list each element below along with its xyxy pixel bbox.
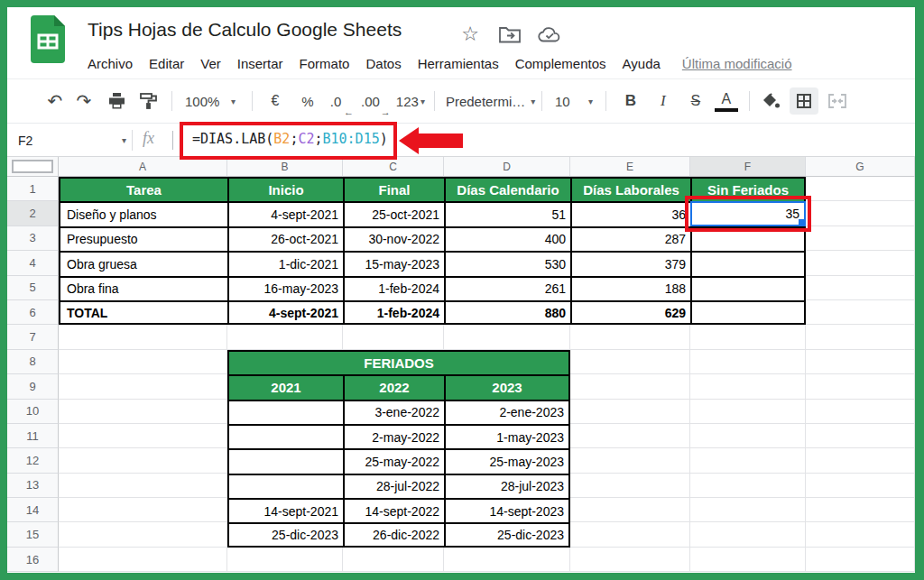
table2-cell[interactable] — [227, 424, 343, 448]
table2-year-header[interactable]: 2022 — [343, 374, 444, 399]
table2-cell[interactable]: 28-jul-2022 — [343, 474, 444, 498]
google-sheets-logo-icon[interactable] — [31, 15, 65, 63]
print-button[interactable] — [105, 87, 128, 115]
cell-A16[interactable] — [59, 548, 227, 572]
row-header-1[interactable]: 1 — [7, 177, 59, 201]
cell-G10[interactable] — [806, 400, 915, 424]
table2-cell[interactable] — [227, 400, 343, 424]
zoom-select[interactable]: 100%▾ — [181, 87, 239, 115]
table1-cell[interactable]: 880 — [444, 300, 570, 325]
row-header-16[interactable]: 16 — [7, 548, 59, 572]
table1-cell[interactable]: 629 — [570, 300, 690, 325]
cell-E16[interactable] — [570, 548, 690, 572]
table1-cell[interactable] — [690, 226, 806, 251]
menu-complementos[interactable]: Complementos — [515, 56, 606, 71]
column-header-B[interactable]: B — [227, 157, 343, 177]
column-header-D[interactable]: D — [444, 157, 570, 177]
cell-E7[interactable] — [570, 325, 690, 349]
cell-F12[interactable] — [690, 448, 806, 473]
borders-button[interactable] — [790, 87, 818, 115]
cell-D16[interactable] — [444, 548, 570, 572]
cell-A7[interactable] — [59, 325, 227, 349]
cell-E13[interactable] — [570, 474, 690, 498]
font-family-select[interactable]: Predetermi…▾ — [442, 87, 536, 115]
cell-F9[interactable] — [690, 374, 806, 399]
table2-cell[interactable]: 25-may-2022 — [343, 448, 444, 473]
menu-ver[interactable]: Ver — [200, 56, 221, 71]
menu-insertar[interactable]: Insertar — [237, 56, 283, 71]
cell-F11[interactable] — [690, 424, 806, 448]
column-header-F[interactable]: F — [690, 157, 806, 177]
cell-F14[interactable] — [690, 498, 806, 522]
row-header-9[interactable]: 9 — [7, 374, 59, 399]
formula-input[interactable]: =DIAS.LAB(B2;C2;B10:D15) — [192, 131, 388, 147]
cell-A12[interactable] — [59, 448, 227, 473]
cell-C7[interactable] — [343, 325, 444, 349]
column-header-G[interactable]: G — [806, 157, 915, 177]
table1-cell[interactable] — [690, 251, 806, 275]
table1-cell[interactable]: 25-oct-2021 — [343, 201, 444, 226]
table2-cell[interactable]: 1-may-2023 — [444, 424, 570, 448]
table1-header[interactable]: Sin Feriados — [690, 177, 806, 201]
cell-F8[interactable] — [690, 350, 806, 374]
cell-E8[interactable] — [570, 350, 690, 374]
table1-cell[interactable]: 1-feb-2024 — [343, 276, 444, 300]
more-formats-button[interactable]: 123▾ — [396, 87, 425, 115]
cell-E12[interactable] — [570, 448, 690, 473]
row-header-6[interactable]: 6 — [7, 300, 59, 325]
cell-B7[interactable] — [227, 325, 343, 349]
cell-G8[interactable] — [806, 350, 915, 374]
table2-year-header[interactable]: 2021 — [227, 374, 343, 399]
menu-ayuda[interactable]: Ayuda — [623, 56, 661, 71]
table1-cell[interactable]: 1-feb-2024 — [343, 300, 444, 325]
cell-A10[interactable] — [59, 400, 227, 424]
table2-cell[interactable]: 2-may-2022 — [343, 424, 444, 448]
table2-cell[interactable]: 2-ene-2023 — [444, 400, 570, 424]
cell-F7[interactable] — [690, 325, 806, 349]
cell-F15[interactable] — [690, 522, 806, 547]
row-header-4[interactable]: 4 — [7, 251, 59, 275]
cell-E10[interactable] — [570, 400, 690, 424]
table2-cell[interactable]: 25-dic-2023 — [444, 522, 570, 547]
table1-cell[interactable]: 4-sept-2021 — [227, 201, 343, 226]
cell-A8[interactable] — [59, 350, 227, 374]
table1-header[interactable]: Días Laborales — [570, 177, 690, 201]
table1-cell[interactable]: 400 — [444, 226, 570, 251]
cell-G7[interactable] — [806, 325, 915, 349]
cell-G15[interactable] — [806, 522, 915, 547]
row-header-2[interactable]: 2 — [7, 201, 59, 226]
table1-header[interactable]: Tarea — [59, 177, 227, 201]
cloud-saved-icon[interactable] — [538, 23, 561, 46]
row-header-3[interactable]: 3 — [7, 226, 59, 251]
font-size-select[interactable]: 10▾ — [548, 87, 600, 115]
cell-B16[interactable] — [227, 548, 343, 572]
cell-E15[interactable] — [570, 522, 690, 547]
cell-E14[interactable] — [570, 498, 690, 522]
redo-button[interactable]: ↷ — [72, 87, 96, 115]
merge-cells-button[interactable] — [826, 87, 849, 115]
table1-cell[interactable]: Obra fina — [59, 276, 227, 300]
cell-G11[interactable] — [806, 424, 915, 448]
table2-cell[interactable]: 26-dic-2022 — [343, 522, 444, 547]
table1-cell[interactable]: 4-sept-2021 — [227, 300, 343, 325]
table2-year-header[interactable]: 2023 — [444, 374, 570, 399]
table1-cell[interactable] — [690, 300, 806, 325]
row-header-14[interactable]: 14 — [7, 498, 59, 522]
row-header-5[interactable]: 5 — [7, 276, 59, 300]
table1-header[interactable]: Inicio — [227, 177, 343, 201]
table1-cell[interactable]: 51 — [444, 201, 570, 226]
table2-cell[interactable]: 14-sept-2023 — [444, 498, 570, 522]
format-currency-button[interactable]: € — [263, 87, 287, 115]
row-header-13[interactable]: 13 — [7, 474, 59, 498]
menu-formato[interactable]: Formato — [300, 56, 350, 71]
cell-G4[interactable] — [806, 251, 915, 275]
menu-herramientas[interactable]: Herramientas — [418, 56, 499, 71]
column-header-C[interactable]: C — [343, 157, 444, 177]
menu-datos[interactable]: Datos — [365, 56, 401, 71]
table1-cell[interactable]: 36 — [570, 201, 690, 226]
name-box[interactable]: F2 ▾ — [18, 124, 126, 157]
row-header-10[interactable]: 10 — [7, 400, 59, 424]
table1-cell[interactable]: 287 — [570, 226, 690, 251]
cell-A13[interactable] — [59, 474, 227, 498]
cell-C16[interactable] — [343, 548, 444, 572]
